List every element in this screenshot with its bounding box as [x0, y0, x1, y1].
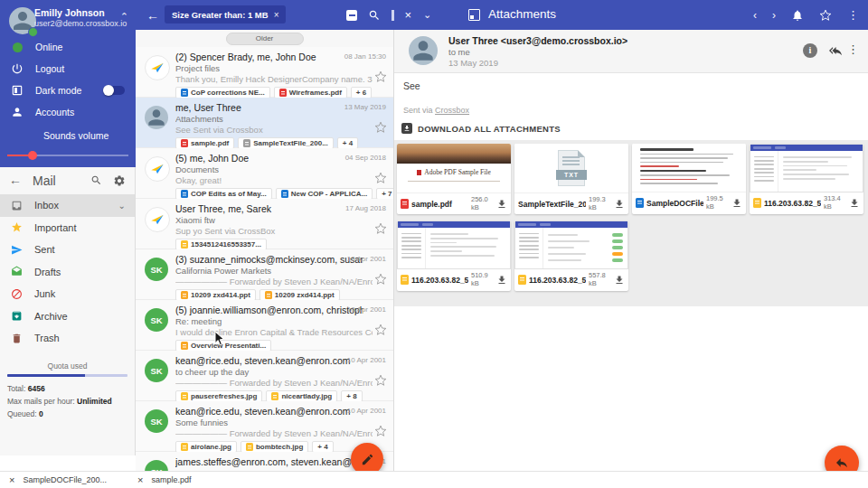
dark-mode-toggle[interactable]	[105, 86, 125, 95]
sidebar-item-label: Important	[34, 222, 76, 233]
chevron-up-icon[interactable]: ⌃	[120, 11, 128, 23]
gear-icon[interactable]	[113, 174, 126, 187]
download-icon[interactable]	[849, 198, 860, 209]
menu-item-online[interactable]: Online	[0, 36, 136, 58]
open-file-tab[interactable]: × SampleDOCFile_200...	[9, 474, 128, 485]
attachment-card[interactable]: 116.203.63.82_5... 557.8 kB	[514, 221, 628, 291]
attachment-name: 116.203.63.82_5...	[764, 199, 821, 208]
trash-icon	[11, 333, 23, 344]
email-row[interactable]: SK kean@rice.edu, steven.kean@enron.com …	[136, 401, 393, 452]
crossbox-link[interactable]: Crossbox	[435, 106, 469, 115]
star-icon	[11, 221, 23, 233]
email-list: Older (2) Spencer Brady, me, John Doe 08…	[136, 30, 394, 472]
sidebar-item-inbox[interactable]: Inbox ⌄	[0, 194, 135, 217]
chevron-down-icon[interactable]: ⌄	[118, 201, 126, 211]
email-subject: to cheer up the day	[175, 367, 370, 377]
message-to[interactable]: to me	[448, 47, 470, 57]
email-row[interactable]: SK kean@rice.edu, steven.kean@enron.com …	[136, 351, 393, 401]
chevron-down-icon[interactable]: ⌄	[423, 9, 431, 21]
attachment-card[interactable]: 116.203.63.82_5... 510.9 kB	[397, 221, 511, 291]
close-icon[interactable]: ×	[405, 8, 412, 22]
close-icon[interactable]: ×	[9, 474, 14, 485]
star-button[interactable]	[374, 324, 387, 336]
star-button[interactable]	[374, 222, 387, 235]
file-icon	[265, 291, 272, 299]
sidebar-item-important[interactable]: Important	[0, 217, 135, 239]
email-date: 10 Apr 2001	[347, 255, 386, 263]
star-outline-icon[interactable]	[819, 9, 832, 22]
email-row[interactable]: (5) me, John Doe 04 Sep 2018 Documents O…	[136, 148, 393, 199]
email-from: (3) suzanne_nimocks@mckinsey.com, susan.…	[175, 254, 363, 265]
message-date: 13 May 2019	[448, 58, 498, 68]
menu-item-dark-mode[interactable]: Dark mode	[0, 80, 136, 101]
email-row-selected[interactable]: me, User Three 13 May 2019 Attachments S…	[136, 98, 393, 148]
download-icon[interactable]	[614, 275, 625, 286]
attachment-card[interactable]: SampleDOCFile_... 199.5 kB	[632, 144, 746, 214]
reply-all-icon[interactable]	[828, 44, 843, 57]
sidebar-item-sent[interactable]: Sent	[0, 239, 135, 261]
more-vert-icon[interactable]: ⋮	[847, 42, 859, 56]
download-icon[interactable]	[496, 199, 507, 210]
star-button[interactable]	[374, 374, 387, 387]
chevron-right-icon[interactable]: ›	[772, 9, 776, 22]
download-icon[interactable]	[614, 199, 625, 210]
sidebar-item-trash[interactable]: Trash	[0, 327, 135, 350]
stat-queued: Queued: 0	[7, 409, 127, 418]
account-header[interactable]: Emilly Johnson user2@demo.crossbox.io ⌃	[0, 0, 136, 36]
close-icon[interactable]: ×	[137, 474, 143, 485]
attachment-card[interactable]: 116.203.63.82_5... 313.4 kB	[750, 144, 863, 214]
search-icon[interactable]	[90, 174, 102, 186]
email-row[interactable]: SK (3) suzanne_nimocks@mckinsey.com, sus…	[136, 249, 393, 300]
email-from: me, User Three	[175, 102, 363, 113]
menu-item-logout[interactable]: Logout	[0, 58, 136, 80]
avatar	[145, 207, 170, 232]
email-row[interactable]: (2) Spencer Brady, me, John Doe 08 Jan 1…	[136, 47, 393, 98]
open-file-label: sample.pdf	[151, 475, 191, 484]
popup-window-icon[interactable]	[468, 9, 480, 21]
pdf-preview-image	[397, 144, 511, 164]
star-button[interactable]	[374, 273, 387, 286]
attachments-region: Adobe PDF Sample File sample.pdf 256.0 k…	[394, 140, 868, 306]
download-all-button[interactable]: DOWNLOAD ALL ATTACHMENTS	[401, 123, 561, 134]
star-button[interactable]	[374, 425, 387, 437]
select-all-checkbox[interactable]	[346, 10, 357, 21]
file-icon	[181, 240, 188, 249]
info-icon[interactable]: i	[803, 43, 817, 58]
attachment-name: 116.203.63.82_5...	[529, 276, 586, 285]
search-icon[interactable]	[368, 9, 381, 22]
star-button[interactable]	[374, 121, 387, 134]
download-icon[interactable]	[496, 275, 507, 286]
filter-chip-close-icon[interactable]: ×	[274, 10, 279, 20]
email-preview: Sup yo Sent via CrossBox	[175, 226, 373, 236]
attachment-card[interactable]: TXT SampleTextFile_20... 199.3 kB	[514, 144, 628, 214]
account-panel: Emilly Johnson user2@demo.crossbox.io ⌃ …	[0, 0, 136, 167]
email-row[interactable]: User Three, me, Sarek 17 Aug 2018 Xiaomi…	[136, 199, 393, 249]
menu-item-accounts[interactable]: Accounts	[0, 101, 136, 123]
sidebar-item-archive[interactable]: Archive	[0, 305, 135, 328]
sounds-volume-slider[interactable]	[7, 151, 128, 160]
download-icon[interactable]	[731, 198, 742, 209]
filter-chip[interactable]: Size Greater than: 1 MB ×	[165, 5, 286, 23]
file-icon	[181, 190, 188, 198]
chevron-left-icon[interactable]: ‹	[753, 9, 757, 22]
star-button[interactable]	[374, 70, 387, 83]
notifications-bell-icon[interactable]	[791, 9, 804, 22]
file-icon	[271, 392, 278, 400]
sidebar-item-junk[interactable]: Junk	[0, 283, 135, 305]
slider-thumb[interactable]	[28, 151, 37, 160]
file-icon	[281, 190, 288, 198]
txt-file-icon: TXT	[558, 150, 585, 186]
sidebar-item-drafts[interactable]: Drafts	[0, 261, 135, 284]
back-arrow-icon[interactable]: ←	[9, 173, 22, 187]
open-file-tab[interactable]: × sample.pdf	[137, 474, 212, 485]
attachment-preview	[632, 144, 746, 192]
compose-button[interactable]	[351, 443, 383, 472]
attachment-card[interactable]: Adobe PDF Sample File sample.pdf 256.0 k…	[397, 144, 511, 214]
toggle-knob	[103, 85, 114, 96]
back-arrow-icon[interactable]: ←	[146, 8, 159, 23]
quota-section: Quota used	[0, 361, 135, 377]
more-vert-icon[interactable]: ⋮	[847, 8, 859, 22]
email-row[interactable]: SK (5) joannie.williamson@enron.com, chr…	[136, 300, 393, 351]
star-button[interactable]	[374, 172, 387, 184]
power-icon	[11, 62, 24, 75]
